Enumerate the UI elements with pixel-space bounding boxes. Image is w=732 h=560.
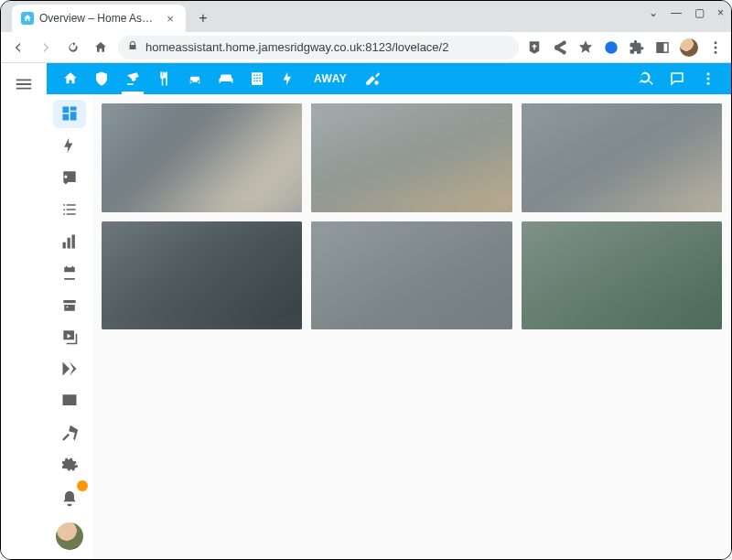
extension-1password-icon[interactable] xyxy=(603,39,619,56)
camera-card[interactable] xyxy=(522,103,722,212)
nav-forward-button[interactable] xyxy=(36,38,56,58)
nav-reload-button[interactable] xyxy=(63,38,83,58)
window-minimize-icon[interactable]: — xyxy=(671,6,682,19)
sidepanel-icon[interactable] xyxy=(654,39,671,56)
svg-point-4 xyxy=(707,72,710,75)
header-chat-button[interactable] xyxy=(663,65,691,92)
ha-header: AWAY xyxy=(47,63,731,94)
tab-building[interactable] xyxy=(242,63,272,94)
page-content: AWAY xyxy=(1,63,731,559)
sidebar-item-map[interactable] xyxy=(53,164,86,192)
browser-tab-title: Overview – Home Assista xyxy=(39,12,158,25)
browser-menu-icon[interactable] xyxy=(707,39,724,56)
sidebar-item-studio[interactable] xyxy=(53,355,86,383)
tab-security[interactable] xyxy=(87,63,116,94)
sidebar-item-devtools[interactable] xyxy=(53,418,86,447)
bookmark-star-icon[interactable] xyxy=(577,39,594,56)
window-close-icon[interactable]: × xyxy=(717,6,724,19)
tab-cameras[interactable] xyxy=(118,63,147,94)
tab-tools[interactable] xyxy=(358,63,387,94)
lock-icon xyxy=(127,40,138,54)
svg-point-6 xyxy=(707,82,710,85)
hamburger-column xyxy=(1,63,47,559)
window-dropdown-icon[interactable]: ⌄ xyxy=(649,6,658,19)
header-menu-button[interactable] xyxy=(694,65,722,92)
camera-card[interactable] xyxy=(522,221,722,330)
sidebar-item-energy[interactable] xyxy=(53,132,86,160)
sidebar xyxy=(47,94,92,559)
nav-back-button[interactable] xyxy=(8,38,28,58)
camera-card[interactable] xyxy=(102,221,302,330)
tab-energy[interactable] xyxy=(274,63,303,94)
home-assistant-favicon xyxy=(21,12,34,25)
svg-point-0 xyxy=(605,41,618,54)
hamburger-menu-button[interactable] xyxy=(14,74,34,94)
notification-badge xyxy=(77,480,88,491)
camera-card[interactable] xyxy=(311,221,511,330)
camera-grid xyxy=(102,103,722,329)
address-bar[interactable]: homeassistant.home.jamesridgway.co.uk:81… xyxy=(118,36,519,59)
browser-profile-avatar[interactable] xyxy=(680,38,698,57)
address-bar-url: homeassistant.home.jamesridgway.co.uk:81… xyxy=(145,40,448,54)
window-controls: ⌄ — ▢ × xyxy=(649,6,724,19)
tab-away-label: AWAY xyxy=(314,72,347,85)
sidebar-item-media[interactable] xyxy=(53,323,86,351)
home-assistant-app: AWAY xyxy=(47,63,731,559)
sidebar-item-logbook[interactable] xyxy=(53,195,86,223)
sidebar-item-terminal[interactable] xyxy=(53,386,86,415)
sidebar-item-settings[interactable] xyxy=(53,450,86,479)
sidebar-user-avatar[interactable] xyxy=(56,522,83,550)
window-maximize-icon[interactable]: ▢ xyxy=(694,6,705,19)
header-search-button[interactable] xyxy=(632,65,660,92)
tab-away[interactable]: AWAY xyxy=(305,63,356,94)
tab-kitchen[interactable] xyxy=(149,63,178,94)
tab-garage[interactable] xyxy=(180,63,210,94)
nav-home-button[interactable] xyxy=(91,38,111,58)
ha-body xyxy=(47,94,731,559)
sidebar-item-history[interactable] xyxy=(53,227,86,255)
browser-titlebar: Overview – Home Assista × + ⌄ — ▢ × xyxy=(1,1,731,32)
svg-point-2 xyxy=(715,46,717,48)
new-tab-button[interactable]: + xyxy=(191,6,215,30)
sidebar-item-shopping[interactable] xyxy=(53,291,86,319)
install-app-icon[interactable] xyxy=(526,39,543,56)
sidebar-item-calendar[interactable] xyxy=(53,259,86,287)
extensions-puzzle-icon[interactable] xyxy=(629,39,645,56)
tab-close-icon[interactable]: × xyxy=(164,12,177,25)
browser-toolbar: homeassistant.home.jamesridgway.co.uk:81… xyxy=(1,32,731,63)
svg-point-3 xyxy=(715,50,717,53)
sidebar-notifications[interactable] xyxy=(53,482,86,515)
tab-home[interactable] xyxy=(56,63,85,94)
svg-point-1 xyxy=(715,41,717,44)
camera-card[interactable] xyxy=(102,103,302,212)
tab-living[interactable] xyxy=(211,63,241,94)
camera-card[interactable] xyxy=(311,103,511,212)
share-icon[interactable] xyxy=(552,39,568,56)
browser-tab[interactable]: Overview – Home Assista × xyxy=(12,5,186,32)
main-panel xyxy=(92,94,731,559)
sidebar-item-overview[interactable] xyxy=(53,100,86,128)
ha-tabs: AWAY xyxy=(56,63,387,94)
svg-point-5 xyxy=(707,78,710,81)
